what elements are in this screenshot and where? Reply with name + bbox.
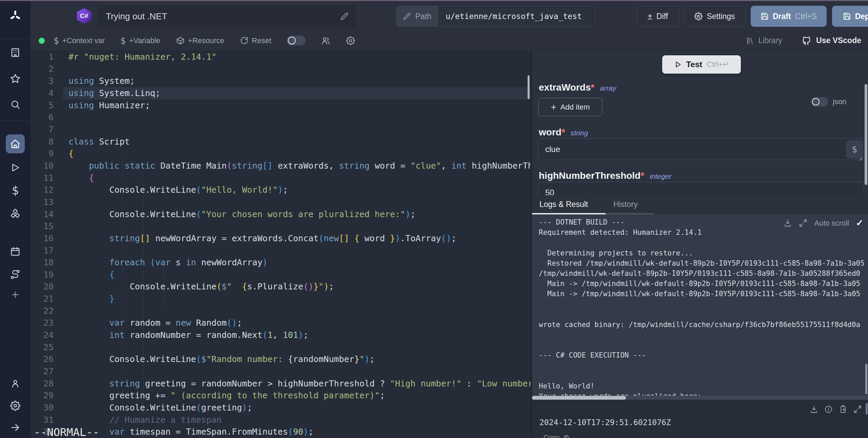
line-number: 16 xyxy=(31,232,54,245)
code-line[interactable]: 16 string[] newWordArray = extraWords.Co… xyxy=(31,232,531,245)
code-line[interactable]: 17 xyxy=(31,245,531,257)
code-line[interactable]: 21 } xyxy=(31,293,531,305)
auto-scroll-checkbox[interactable]: ✓ xyxy=(856,218,863,228)
tab-history[interactable]: History xyxy=(613,200,638,209)
deploy-button[interactable]: Deploy xyxy=(832,6,868,27)
log-line: --- C# CODE EXECUTION --- xyxy=(539,350,865,360)
editor-settings-gear-icon[interactable] xyxy=(346,36,355,45)
code-line[interactable]: 10 public static DateTime Main(string[] … xyxy=(31,160,531,172)
test-button[interactable]: Test Ctrl+↵ xyxy=(662,55,741,74)
highNumberThreshold-input[interactable] xyxy=(538,182,864,195)
workspace-icon[interactable] xyxy=(10,47,20,58)
code-line[interactable]: 2 xyxy=(31,63,531,75)
windmill-logo[interactable] xyxy=(9,10,21,22)
word-input[interactable] xyxy=(538,138,864,160)
code-line[interactable]: 24 int randomNumber = random.Next(1, 101… xyxy=(31,329,531,341)
search-icon[interactable] xyxy=(10,99,20,110)
textarea-resize-handle[interactable] xyxy=(858,156,863,161)
script-title-field[interactable]: Trying out .NET xyxy=(97,5,357,27)
insert-variable-dollar-button[interactable]: $ xyxy=(846,140,863,158)
code-line[interactable]: 29 greeting += " (according to the thres… xyxy=(31,389,531,402)
diff-mode-toggle[interactable] xyxy=(287,36,305,45)
code-line[interactable]: 18 foreach (var s in newWordArray) xyxy=(31,256,531,269)
path-field[interactable]: Path u/etienne/microsoft_java_test xyxy=(396,6,595,27)
schedules-calendar-icon[interactable] xyxy=(10,246,20,256)
code-line[interactable]: 9{ xyxy=(31,148,531,160)
code-line[interactable]: 12 Console.WriteLine("Hello, World!"); xyxy=(31,184,531,196)
code-line[interactable]: 7 xyxy=(31,123,531,136)
home-icon[interactable] xyxy=(10,139,20,149)
code-line[interactable]: 13 xyxy=(31,196,531,208)
resources-boxes-icon[interactable] xyxy=(10,209,20,219)
draft-button[interactable]: Draft Ctrl+S xyxy=(751,6,827,27)
collapse-arrow-icon[interactable] xyxy=(10,422,20,433)
code-line[interactable]: 31 // Humanize a timespan xyxy=(31,414,531,426)
package-icon xyxy=(176,36,185,45)
log-vertical-scrollbar-thumb[interactable] xyxy=(865,364,867,394)
diff-button[interactable]: ± Diff xyxy=(637,6,679,27)
code-line[interactable]: 14 Console.WriteLine("Your chosen words … xyxy=(31,208,531,221)
result-vertical-scrollbar-thumb[interactable] xyxy=(866,403,868,415)
log-horizontal-scrollbar-thumb[interactable] xyxy=(532,396,626,400)
line-number: 22 xyxy=(31,305,54,317)
code-line[interactable]: 27 xyxy=(31,365,531,378)
download-logs-icon[interactable] xyxy=(784,219,792,227)
code-line[interactable]: 30 Console.WriteLine(greeting); xyxy=(31,402,531,414)
line-number: 18 xyxy=(31,256,54,269)
use-vscode-button[interactable]: Use VScode xyxy=(802,36,861,45)
code-line[interactable]: 26 Console.WriteLine($"Random number: {r… xyxy=(31,353,531,365)
flows-route-icon[interactable] xyxy=(10,269,20,280)
edit-pencil-icon[interactable] xyxy=(340,12,349,20)
add-plus-icon[interactable]: + xyxy=(12,288,19,302)
windmill-script-editor: $ + xyxy=(0,0,868,438)
status-dot xyxy=(39,38,45,44)
favorites-star-icon[interactable] xyxy=(10,74,20,84)
variables-dollar-icon[interactable]: $ xyxy=(12,184,19,197)
expand-result-icon[interactable] xyxy=(853,405,862,414)
info-icon[interactable] xyxy=(824,405,833,414)
copy-result-clipboard-icon[interactable] xyxy=(839,405,847,414)
line-number: 19 xyxy=(31,269,54,281)
account-person-icon[interactable] xyxy=(10,379,20,389)
result-controls xyxy=(810,405,862,414)
settings-gear-icon[interactable] xyxy=(10,401,20,411)
reset-button[interactable]: Reset xyxy=(240,36,271,45)
log-line xyxy=(539,371,865,381)
code-line[interactable]: 23 var random = new Random(); xyxy=(31,317,531,329)
download-result-icon[interactable] xyxy=(810,405,818,414)
library-button[interactable]: Library xyxy=(746,36,782,45)
code-line[interactable]: 32 var timespan = TimeSpan.FromMinutes(9… xyxy=(31,426,531,438)
code-line[interactable]: 19 { xyxy=(31,269,531,281)
code-line[interactable]: 11 { xyxy=(31,172,531,184)
copy-row[interactable]: Copy xyxy=(544,434,570,438)
collaborators-icon[interactable] xyxy=(321,36,331,45)
line-number: 27 xyxy=(31,365,54,378)
logs-output[interactable]: --- DOTNET BUILD ---Requirement detected… xyxy=(532,214,868,400)
code-line[interactable]: 15 xyxy=(31,220,531,232)
add-resource-button[interactable]: +Resource xyxy=(176,36,224,45)
settings-button[interactable]: Settings xyxy=(684,6,745,27)
editor-vertical-scrollbar[interactable] xyxy=(528,75,530,99)
script-title: Trying out .NET xyxy=(106,11,340,22)
code-line[interactable]: 25 xyxy=(31,341,531,354)
runs-play-icon[interactable] xyxy=(10,163,20,173)
add-item-button[interactable]: + Add item xyxy=(538,98,603,116)
add-context-var-button[interactable]: $ +Context var xyxy=(54,36,105,46)
code-line[interactable]: 28 string greeting = randomNumber > high… xyxy=(31,378,531,390)
code-line[interactable]: 6 xyxy=(31,111,531,123)
code-line[interactable]: 22 xyxy=(31,305,531,317)
code-line[interactable]: 4using System.Linq; xyxy=(31,87,531,99)
form-vertical-scrollbar[interactable] xyxy=(865,84,867,185)
code-line[interactable]: 1#r "nuget: Humanizer, 2.14.1" xyxy=(31,51,531,63)
github-icon xyxy=(802,36,811,45)
tab-logs-and-result[interactable]: Logs & Result xyxy=(539,200,588,209)
code-line[interactable]: 8class Script xyxy=(31,136,531,148)
code-line[interactable]: 20 Console.WriteLine($" {s.Pluralize()}"… xyxy=(31,281,531,293)
code-line[interactable]: 3using System; xyxy=(31,75,531,87)
expand-logs-icon[interactable] xyxy=(799,219,807,227)
test-shortcut: Ctrl+↵ xyxy=(707,60,729,69)
add-variable-button[interactable]: $ +Variable xyxy=(120,36,160,46)
code-line[interactable]: 5using Humanizer; xyxy=(31,99,531,112)
json-toggle[interactable] xyxy=(811,97,828,107)
code-editor[interactable]: 1#r "nuget: Humanizer, 2.14.1"23using Sy… xyxy=(31,51,531,438)
